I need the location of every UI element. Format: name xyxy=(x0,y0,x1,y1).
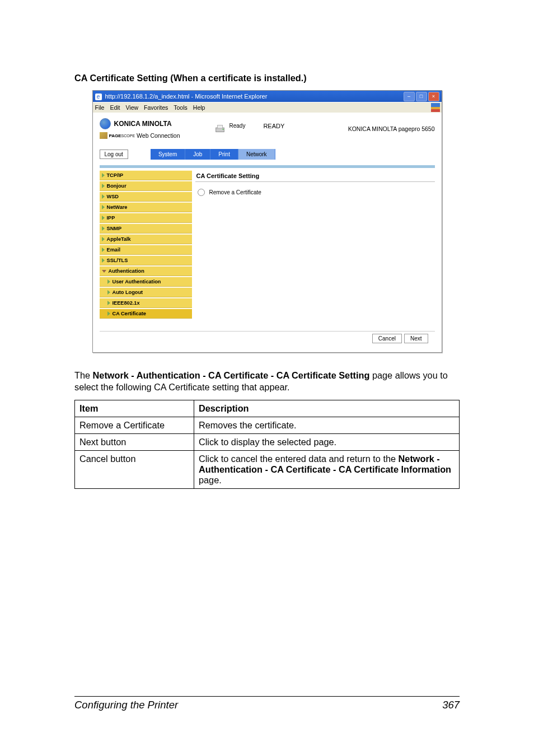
description-table: Item Description Remove a Certificate Re… xyxy=(74,400,460,489)
sidebar-item-tcpip[interactable]: TCP/IP xyxy=(100,170,192,180)
separator xyxy=(100,165,435,168)
window-buttons: – □ × xyxy=(404,92,439,101)
page-footer: Configuring the Printer 367 xyxy=(74,696,460,711)
svg-rect-0 xyxy=(431,103,440,107)
subbrand: PAGESCOPE PageScope Web Connection Web C… xyxy=(100,132,207,139)
tab-print[interactable]: Print xyxy=(210,149,238,160)
brand-logo: KONICA MINOLTA xyxy=(100,118,207,129)
tabs: System Job Print Network xyxy=(151,149,275,160)
printer-icon xyxy=(214,123,226,135)
globe-icon xyxy=(100,118,111,129)
sidebar-item-userauth[interactable]: User Authentication xyxy=(100,277,192,287)
table-row: Cancel button Click to cancel the entere… xyxy=(75,451,460,489)
sidebar-item-ssltls[interactable]: SSL/TLS xyxy=(100,255,192,265)
content-panel: CA Certificate Setting Remove a Certific… xyxy=(195,170,435,324)
svg-rect-4 xyxy=(217,125,222,128)
titlebar: http://192.168.1.2/a_index.html - Micros… xyxy=(93,91,442,102)
sidebar-item-ipp[interactable]: IPP xyxy=(100,213,192,223)
close-button[interactable]: × xyxy=(428,92,439,101)
body-paragraph: The Network - Authentication - CA Certif… xyxy=(74,370,460,393)
chevron-right-icon xyxy=(102,248,105,252)
menubar: File Edit View Favorites Tools Help xyxy=(93,102,442,113)
sidebar-item-email[interactable]: Email xyxy=(100,245,192,255)
menu-tools[interactable]: Tools xyxy=(174,104,188,111)
sidebar-item-appletalk[interactable]: AppleTalk xyxy=(100,234,192,244)
table-row: Remove a Certificate Removes the certifi… xyxy=(75,417,460,434)
chevron-down-icon xyxy=(102,270,106,273)
menu-file[interactable]: File xyxy=(95,104,105,111)
logout-button[interactable]: Log out xyxy=(100,150,128,159)
tab-network[interactable]: Network xyxy=(238,149,275,160)
ready-label-big: READY xyxy=(263,123,284,129)
ie-logo-icon xyxy=(430,102,441,113)
sidebar-item-wsd[interactable]: WSD xyxy=(100,192,192,202)
chevron-right-icon xyxy=(102,237,105,241)
chevron-right-icon xyxy=(102,184,105,188)
sidebar-item-bonjour[interactable]: Bonjour xyxy=(100,181,192,191)
chevron-right-icon xyxy=(102,216,105,220)
product-name: KONICA MINOLTA pagepro 5650 xyxy=(348,125,435,132)
chevron-right-icon xyxy=(102,194,105,199)
browser-window: http://192.168.1.2/a_index.html - Micros… xyxy=(92,90,442,353)
chevron-right-icon xyxy=(107,311,110,316)
ready-label-small: Ready xyxy=(229,123,246,129)
ie-icon xyxy=(95,93,102,100)
radio-remove-cert[interactable] xyxy=(198,189,205,196)
window-title: http://192.168.1.2/a_index.html - Micros… xyxy=(105,93,268,100)
svg-rect-1 xyxy=(431,107,440,109)
menu-edit[interactable]: Edit xyxy=(110,104,120,111)
cancel-button[interactable]: Cancel xyxy=(372,334,402,343)
page-number: 367 xyxy=(442,699,460,711)
maximize-button[interactable]: □ xyxy=(416,92,427,101)
option-row[interactable]: Remove a Certificate xyxy=(195,182,435,203)
button-row: Cancel Next xyxy=(100,331,435,352)
sidebar-item-autologout[interactable]: Auto Logout xyxy=(100,287,192,297)
chevron-right-icon xyxy=(102,205,105,209)
chevron-right-icon xyxy=(107,279,110,284)
chevron-right-icon xyxy=(102,173,105,178)
table-row: Next button Click to display the selecte… xyxy=(75,434,460,451)
table-header-description: Description xyxy=(194,400,459,417)
panel-title: CA Certificate Setting xyxy=(195,170,435,182)
footer-title: Configuring the Printer xyxy=(74,699,178,711)
svg-point-5 xyxy=(222,129,223,130)
sidebar-item-ieee8021x[interactable]: IEEE802.1x xyxy=(100,298,192,308)
sidebar: TCP/IP Bonjour WSD NetWare IPP SNMP Appl… xyxy=(100,170,192,324)
menu-favorites[interactable]: Favorites xyxy=(144,104,168,111)
tab-system[interactable]: System xyxy=(151,149,185,160)
chevron-right-icon xyxy=(107,301,110,305)
brand-text: KONICA MINOLTA xyxy=(114,120,172,128)
chevron-right-icon xyxy=(102,226,105,231)
chevron-right-icon xyxy=(102,258,105,263)
chevron-right-icon xyxy=(107,290,110,295)
next-button[interactable]: Next xyxy=(404,334,428,343)
tab-job[interactable]: Job xyxy=(185,149,210,160)
pagescope-icon xyxy=(100,132,107,139)
sidebar-item-netware[interactable]: NetWare xyxy=(100,202,192,212)
sidebar-item-snmp[interactable]: SNMP xyxy=(100,223,192,234)
menu-help[interactable]: Help xyxy=(193,104,205,111)
minimize-button[interactable]: – xyxy=(404,92,415,101)
sidebar-item-cacertificate[interactable]: CA Certificate xyxy=(100,309,192,319)
section-heading: CA Certificate Setting (When a certifica… xyxy=(74,73,460,83)
svg-rect-2 xyxy=(431,109,440,112)
sidebar-item-authentication[interactable]: Authentication xyxy=(100,266,192,276)
table-header-item: Item xyxy=(75,400,194,417)
menu-view[interactable]: View xyxy=(126,104,139,111)
option-label: Remove a Certificate xyxy=(209,189,261,195)
